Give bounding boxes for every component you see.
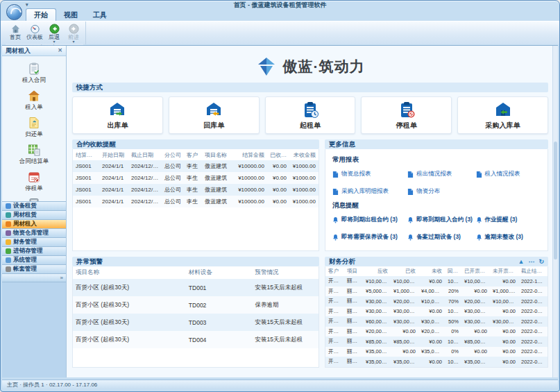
message-expiring-rent-out-contracts[interactable]: 即将到期出租合约 (3) (332, 216, 407, 224)
sidebar-group-finance-management[interactable]: 财务管理 (2, 237, 66, 246)
reports-grid: 物资总报表 租出情况报表 租入情况报表 采购入库明细报表 物资分布 (332, 170, 541, 196)
vertical-scrollbar[interactable] (552, 46, 558, 377)
table-cell: 100% (445, 336, 461, 347)
sidebar-group-equipment-rental[interactable]: 设备租赁 (2, 201, 66, 210)
report-link-purchase-inbound-detail[interactable]: 采购入库明细报表 (332, 187, 407, 196)
table-row[interactable]: 百货小区 (起租30天)TD002保养逾期 (73, 296, 319, 314)
column-header[interactable]: 项目名称 (73, 266, 186, 279)
column-header[interactable]: 预警情况 (252, 266, 319, 279)
table-row[interactable]: JS0012024/1/12024/12/12总公司李生傲蓝建筑¥10000.0… (73, 196, 319, 207)
nav-item-contract-settlement[interactable]: 合同结算单 (2, 143, 66, 164)
table-row[interactable]: 开普达…丽诗花…¥20,000.00¥0.00¥20,000.000%¥0.00… (325, 327, 548, 337)
nav-item-rent-in-contract[interactable]: 租入合同 (2, 62, 66, 83)
shortcut-start-rent-order[interactable]: 起租单 (265, 96, 356, 134)
scrollbar-thumb[interactable] (554, 142, 557, 259)
table-row[interactable]: 开普达…丽诗花…¥35,000.00¥35,000.00¥0.00100%¥35… (325, 357, 548, 367)
shortcut-purchase-inbound-order[interactable]: 采购入库单 (457, 96, 548, 134)
column-header[interactable]: 回款率 (445, 266, 461, 276)
table-cell: 2024/12/12 (128, 172, 162, 184)
column-header[interactable]: 未收 (418, 266, 445, 276)
report-link-material-distribution[interactable]: 物资分布 (407, 187, 475, 196)
status-bar: 主页 · 操作员 1 · 02.17.00 - 17.17.06 (2, 380, 558, 389)
column-header[interactable]: 结算单号 (73, 149, 99, 160)
column-header[interactable]: 项目名称 (202, 149, 232, 160)
column-header[interactable]: 材料设备 (186, 266, 253, 279)
column-header[interactable]: 未开票金额 (490, 266, 518, 276)
report-link-rent-in-status[interactable]: 租入情况报表 (476, 170, 541, 178)
table-cell: ¥20,000.00 (461, 296, 490, 307)
table-row[interactable]: 开普达…丽诗花…¥30,000.00¥20,000.00¥10,000.0070… (325, 296, 548, 307)
more-options-icon[interactable]: ⋯ (528, 258, 534, 265)
column-header[interactable]: 截止日期 (128, 149, 162, 160)
column-header[interactable]: 项目 (344, 266, 363, 276)
column-header[interactable]: 截止结算日期 (518, 266, 548, 276)
table-row[interactable]: JS0012024/1/12024/12/12总公司李生傲蓝建筑¥10000.0… (73, 184, 319, 196)
tab-view[interactable]: 视图 (56, 9, 85, 21)
column-header[interactable]: 开始日期 (99, 149, 128, 160)
column-header[interactable]: 未收金额 (289, 149, 319, 160)
sidebar-group-inventory-management[interactable]: 进销存管理 (2, 246, 66, 255)
message-expired-filing-equipment[interactable]: 备案过期设备 (3) (407, 233, 475, 241)
column-header[interactable]: 应收 (363, 266, 391, 276)
nav-item-stop-rent-order[interactable]: 停租单 (2, 170, 66, 191)
sidebar-group-material-rental[interactable]: 周材租赁 (2, 210, 66, 219)
table-cell: ¥30,000.00 (363, 307, 391, 317)
column-header[interactable]: 客户 (325, 266, 344, 276)
shortcut-outbound-order[interactable]: 出库单 (72, 96, 163, 134)
table-row[interactable]: 百货小区 (起租30天)TD004安装15天后未起租 (73, 331, 319, 348)
shortcut-return-warehouse-order[interactable]: 回库单 (169, 96, 260, 134)
chart-icon[interactable]: ▲ (518, 258, 525, 265)
table-row[interactable]: JS0012024/1/12024/12/12总公司李生傲蓝建筑¥10000.0… (73, 172, 319, 184)
table-row[interactable]: 百货小区 (起租30天)TD003安装15天后未起租 (73, 314, 319, 331)
message-overdue-rectification[interactable]: 逾期未整改 (3) (476, 233, 541, 241)
refresh-icon[interactable]: ↻ (538, 258, 544, 265)
column-header[interactable]: 已收 (391, 266, 418, 276)
column-header[interactable]: 分公司 (162, 149, 184, 160)
table-row[interactable]: 开普达…丽诗花…¥10,000.00¥10,000.00¥0.00100%¥10… (325, 276, 548, 287)
column-header[interactable]: 结算金额 (232, 149, 267, 160)
nav-item-return-order[interactable]: 归还单 (2, 116, 66, 137)
application-menu-button[interactable] (6, 4, 22, 20)
message-expiring-rent-in-contracts[interactable]: 即将到期租入合约 (3) (407, 216, 475, 224)
sidebar-group-warehouse-management[interactable]: 物资仓库管理 (2, 228, 66, 237)
column-header[interactable]: 客户 (184, 149, 202, 160)
table-cell: 2022-06-01 (518, 316, 548, 327)
home-button[interactable]: 首页 (6, 22, 25, 44)
table-cell: 开普达… (325, 316, 344, 327)
sidebar-group-system-management[interactable]: 系统管理 (2, 255, 66, 264)
back-button[interactable]: 后退 ▾ (44, 22, 64, 44)
table-row[interactable]: JS0012024/1/12024/12/12总公司李生傲蓝建筑¥10000.0… (73, 160, 319, 172)
forward-button[interactable]: 前进 ▾ (64, 22, 83, 44)
close-icon[interactable]: ✕ (58, 48, 62, 53)
report-link-material-total[interactable]: 物资总报表 (332, 170, 407, 178)
tab-tools[interactable]: 工具 (85, 9, 114, 21)
nav-configure-strip[interactable]: » (2, 273, 66, 282)
table-row[interactable]: 开普达…丽诗花…¥60,000.00¥30,000.00¥30,000.0050… (325, 316, 548, 327)
sidebar-group-material-rent-in[interactable]: 周材租入 (2, 219, 66, 228)
table-cell: ¥85,000.00 (461, 336, 490, 347)
table-row[interactable]: 百货小区 (起租30天)TD001安装15天后未起租 (73, 279, 319, 296)
dashboard-button[interactable]: 仪表板 (25, 22, 44, 44)
quick-access-dropdown-icon[interactable]: ▾ (26, 2, 28, 8)
tab-start[interactable]: 开始 (26, 8, 56, 21)
sidebar-group-account-management[interactable]: 帐套管理 (2, 264, 66, 273)
bell-icon (332, 234, 339, 241)
column-header[interactable]: 已开票金额 (461, 266, 490, 276)
shortcut-stop-rent-order[interactable]: 停租单 (361, 96, 452, 134)
message-equipment-needing-maintenance[interactable]: 即将需要保养设备 (3) (332, 233, 407, 241)
report-link-rent-out-status[interactable]: 租出情况报表 (407, 170, 475, 178)
table-cell: 0% (445, 327, 461, 337)
table-cell: 2022-03-01 (518, 347, 548, 357)
table-row[interactable]: 开普达…丽诗花…¥85,000.00¥85,000.00¥0.00100%¥85… (325, 336, 548, 347)
dashboard-icon (30, 24, 40, 34)
table-header-row: 客户项目应收已收未收回款率已开票金额未开票金额截止结算日期 (325, 266, 548, 276)
finance-table: 客户项目应收已收未收回款率已开票金额未开票金额截止结算日期开普达…丽诗花…¥10… (325, 266, 548, 367)
column-header[interactable]: 已收金额 (267, 149, 289, 160)
message-job-reminders[interactable]: 作业提醒 (3) (476, 216, 541, 224)
window-title: 首页 - 傲蓝建筑设备租赁管理软件 (234, 1, 327, 10)
table-row[interactable]: 开普达…丽诗花…¥35,000.00¥0.00¥35,000.000%¥0.00… (325, 347, 548, 357)
table-row[interactable]: 开普达…丽诗花…¥5,000.00¥1,000.00¥4,000.0020%¥0… (325, 287, 548, 297)
ribbon: 首页 仪表板 后退 ▾ 前进 ▾ 历史导航 (1, 21, 559, 44)
nav-item-rent-in-order[interactable]: 租入单 (2, 89, 66, 110)
table-row[interactable]: 开普达…丽诗花…¥30,000.00¥30,000.00¥0.00100%¥30… (325, 307, 548, 317)
